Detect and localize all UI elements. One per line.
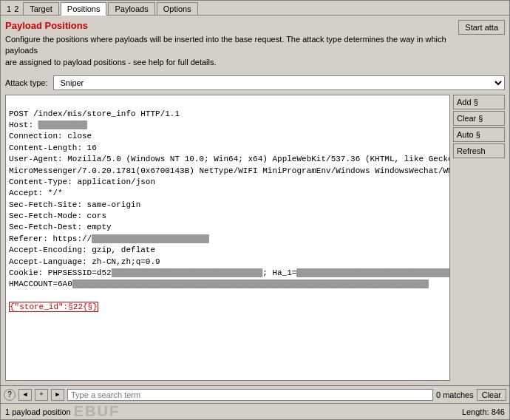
- prev-button[interactable]: ◀: [18, 389, 32, 401]
- req-line-4: Content-Length: 16: [9, 143, 97, 152]
- req-line-2: Host: ██████████: [9, 121, 87, 129]
- auto-button[interactable]: Auto §: [453, 127, 505, 142]
- payload-position-status: 1 payload position: [5, 407, 71, 416]
- req-line-16: HMACCOUNT=6A0███████████████████████████…: [9, 280, 429, 288]
- req-line-14: Accept-Language: zh-CN,zh;q=0.9: [9, 257, 160, 266]
- tab-positions[interactable]: Positions: [61, 2, 107, 16]
- req-line-12: Referer: https://███████████████████████…: [9, 234, 209, 243]
- tab-payloads[interactable]: Payloads: [108, 2, 154, 15]
- section-title: Payload Positions: [5, 20, 452, 31]
- next-button-plus[interactable]: +: [35, 389, 48, 401]
- window-num1: 1: [7, 4, 11, 13]
- tab-target[interactable]: Target: [23, 2, 59, 15]
- tab-options[interactable]: Options: [157, 2, 198, 15]
- clear-section-button[interactable]: Clear §: [453, 111, 505, 126]
- length-status: Length: 846: [462, 407, 505, 416]
- button-panel: Add § Clear § Auto § Refresh: [453, 95, 505, 381]
- req-line-5: User-Agent: Mozilla/5.0 (Windows NT 10.0…: [9, 155, 449, 163]
- window-num2: 2: [14, 4, 18, 13]
- req-line-3: Connection: close: [9, 132, 92, 140]
- add-button[interactable]: Add §: [453, 95, 505, 109]
- next-button[interactable]: ▶: [51, 389, 64, 401]
- req-line-8: Accept: */*: [9, 189, 63, 197]
- status-bar: 1 payload position EBUF Length: 846: [1, 403, 509, 419]
- refresh-button[interactable]: Refresh: [453, 143, 505, 158]
- search-input[interactable]: [67, 389, 433, 401]
- req-line-15: Cookie: PHPSESSID=d52███████████████████…: [9, 268, 449, 277]
- req-line-11: Sec-Fetch-Dest: empty: [9, 223, 112, 231]
- start-attack-button[interactable]: Start atta: [458, 20, 505, 35]
- watermark: EBUF: [74, 403, 120, 420]
- help-button[interactable]: ?: [4, 389, 16, 401]
- request-text[interactable]: POST /index/mis/store_info HTTP/1.1 Host…: [6, 95, 449, 380]
- request-panel: POST /index/mis/store_info HTTP/1.1 Host…: [5, 95, 450, 381]
- clear-search-button[interactable]: Clear: [477, 389, 506, 401]
- req-line-6: MicroMessenger/7.0.20.1781(0x6700143B) N…: [9, 166, 449, 175]
- req-line-9: Sec-Fetch-Site: same-origin: [9, 200, 140, 209]
- tab-bar: 1 2 Target Positions Payloads Options: [1, 1, 509, 16]
- req-line-13: Accept-Encoding: gzip, deflate: [9, 245, 155, 254]
- search-bar: ? ◀ + ▶ 0 matches Clear: [1, 385, 509, 403]
- req-line-payload: {"store_id":§22{§}: [9, 302, 98, 312]
- req-line-10: Sec-Fetch-Mode: cors: [9, 211, 106, 220]
- match-count: 0 matches: [436, 390, 474, 399]
- req-line-7: Content-Type: application/json: [9, 177, 155, 186]
- description: Configure the positions where payloads w…: [5, 34, 452, 68]
- attack-type-label: Attack type:: [5, 78, 47, 87]
- req-line-1: POST /index/mis/store_info HTTP/1.1: [9, 109, 180, 118]
- attack-type-select[interactable]: Sniper: [53, 75, 505, 90]
